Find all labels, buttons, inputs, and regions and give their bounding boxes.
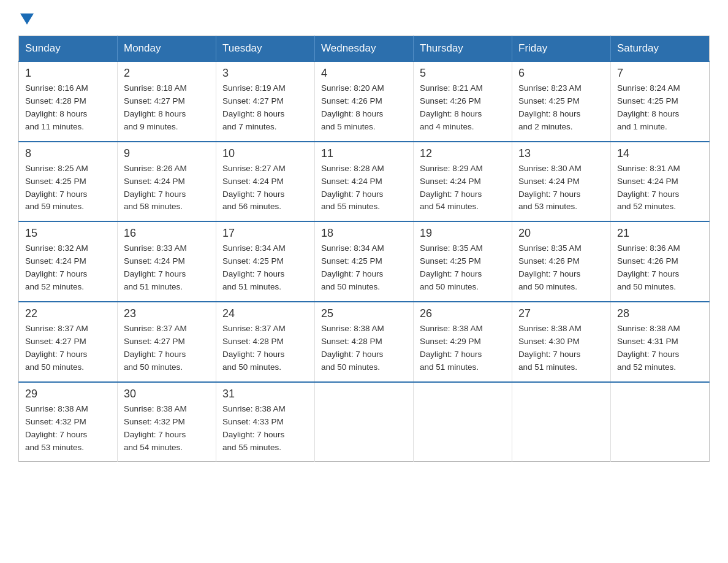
- day-sun-info: Sunrise: 8:37 AM Sunset: 4:28 PM Dayligh…: [222, 323, 308, 374]
- day-sun-info: Sunrise: 8:38 AM Sunset: 4:32 PM Dayligh…: [25, 403, 111, 454]
- calendar-cell: 14Sunrise: 8:31 AM Sunset: 4:24 PM Dayli…: [611, 142, 710, 222]
- day-sun-info: Sunrise: 8:21 AM Sunset: 4:26 PM Dayligh…: [420, 82, 506, 134]
- day-number: 17: [222, 227, 308, 240]
- calendar-cell: 6Sunrise: 8:23 AM Sunset: 4:25 PM Daylig…: [512, 61, 611, 142]
- day-number: 16: [124, 227, 210, 240]
- calendar-cell: 13Sunrise: 8:30 AM Sunset: 4:24 PM Dayli…: [512, 142, 611, 222]
- day-of-week-tuesday: Tuesday: [216, 36, 315, 62]
- day-of-week-thursday: Thursday: [414, 36, 512, 62]
- calendar-cell: 4Sunrise: 8:20 AM Sunset: 4:26 PM Daylig…: [315, 61, 414, 142]
- day-number: 11: [321, 147, 407, 160]
- calendar-cell: 26Sunrise: 8:38 AM Sunset: 4:29 PM Dayli…: [414, 302, 512, 382]
- calendar-week-row: 8Sunrise: 8:25 AM Sunset: 4:25 PM Daylig…: [19, 142, 710, 222]
- calendar-cell: [611, 382, 710, 462]
- calendar-week-row: 22Sunrise: 8:37 AM Sunset: 4:27 PM Dayli…: [19, 302, 710, 382]
- logo-triangle-icon: [20, 13, 34, 27]
- day-sun-info: Sunrise: 8:18 AM Sunset: 4:27 PM Dayligh…: [124, 82, 210, 134]
- day-sun-info: Sunrise: 8:34 AM Sunset: 4:25 PM Dayligh…: [321, 242, 407, 294]
- day-sun-info: Sunrise: 8:38 AM Sunset: 4:33 PM Dayligh…: [222, 403, 308, 454]
- day-number: 1: [25, 67, 111, 80]
- day-sun-info: Sunrise: 8:19 AM Sunset: 4:27 PM Dayligh…: [222, 82, 308, 134]
- logo: [18, 12, 34, 23]
- calendar-cell: 28Sunrise: 8:38 AM Sunset: 4:31 PM Dayli…: [611, 302, 710, 382]
- calendar-cell: 2Sunrise: 8:18 AM Sunset: 4:27 PM Daylig…: [118, 61, 216, 142]
- day-number: 22: [25, 307, 111, 320]
- day-sun-info: Sunrise: 8:25 AM Sunset: 4:25 PM Dayligh…: [25, 163, 111, 214]
- calendar-cell: 1Sunrise: 8:16 AM Sunset: 4:28 PM Daylig…: [19, 61, 118, 142]
- calendar-cell: 19Sunrise: 8:35 AM Sunset: 4:25 PM Dayli…: [414, 221, 512, 302]
- day-number: 18: [321, 227, 407, 240]
- calendar-cell: 8Sunrise: 8:25 AM Sunset: 4:25 PM Daylig…: [19, 142, 118, 222]
- day-number: 31: [222, 388, 308, 400]
- day-sun-info: Sunrise: 8:29 AM Sunset: 4:24 PM Dayligh…: [420, 163, 506, 214]
- day-number: 24: [222, 307, 308, 320]
- day-sun-info: Sunrise: 8:38 AM Sunset: 4:31 PM Dayligh…: [617, 323, 703, 374]
- day-number: 25: [321, 307, 407, 320]
- day-sun-info: Sunrise: 8:33 AM Sunset: 4:24 PM Dayligh…: [124, 242, 210, 294]
- day-number: 20: [518, 227, 604, 240]
- day-sun-info: Sunrise: 8:31 AM Sunset: 4:24 PM Dayligh…: [617, 163, 703, 214]
- calendar-cell: 24Sunrise: 8:37 AM Sunset: 4:28 PM Dayli…: [216, 302, 315, 382]
- calendar-week-row: 1Sunrise: 8:16 AM Sunset: 4:28 PM Daylig…: [19, 61, 710, 142]
- day-sun-info: Sunrise: 8:38 AM Sunset: 4:30 PM Dayligh…: [518, 323, 604, 374]
- day-number: 19: [420, 227, 506, 240]
- day-sun-info: Sunrise: 8:37 AM Sunset: 4:27 PM Dayligh…: [124, 323, 210, 374]
- calendar-cell: 12Sunrise: 8:29 AM Sunset: 4:24 PM Dayli…: [414, 142, 512, 222]
- calendar-body: 1Sunrise: 8:16 AM Sunset: 4:28 PM Daylig…: [19, 61, 710, 462]
- day-sun-info: Sunrise: 8:36 AM Sunset: 4:26 PM Dayligh…: [617, 242, 703, 294]
- day-sun-info: Sunrise: 8:38 AM Sunset: 4:29 PM Dayligh…: [420, 323, 506, 374]
- calendar-cell: 15Sunrise: 8:32 AM Sunset: 4:24 PM Dayli…: [19, 221, 118, 302]
- calendar-cell: 23Sunrise: 8:37 AM Sunset: 4:27 PM Dayli…: [118, 302, 216, 382]
- calendar-cell: 18Sunrise: 8:34 AM Sunset: 4:25 PM Dayli…: [315, 221, 414, 302]
- day-sun-info: Sunrise: 8:26 AM Sunset: 4:24 PM Dayligh…: [124, 163, 210, 214]
- calendar-cell: 21Sunrise: 8:36 AM Sunset: 4:26 PM Dayli…: [611, 221, 710, 302]
- day-sun-info: Sunrise: 8:23 AM Sunset: 4:25 PM Dayligh…: [518, 82, 604, 134]
- calendar-cell: 30Sunrise: 8:38 AM Sunset: 4:32 PM Dayli…: [118, 382, 216, 462]
- calendar-cell: 5Sunrise: 8:21 AM Sunset: 4:26 PM Daylig…: [414, 61, 512, 142]
- calendar-cell: [512, 382, 611, 462]
- calendar-cell: [315, 382, 414, 462]
- day-number: 29: [25, 388, 111, 400]
- day-of-week-sunday: Sunday: [19, 36, 118, 62]
- day-number: 12: [420, 147, 506, 160]
- day-sun-info: Sunrise: 8:30 AM Sunset: 4:24 PM Dayligh…: [518, 163, 604, 214]
- day-sun-info: Sunrise: 8:32 AM Sunset: 4:24 PM Dayligh…: [25, 242, 111, 294]
- day-number: 4: [321, 67, 407, 80]
- day-number: 26: [420, 307, 506, 320]
- page-header: [18, 12, 710, 23]
- day-number: 15: [25, 227, 111, 240]
- day-number: 23: [124, 307, 210, 320]
- day-number: 9: [124, 147, 210, 160]
- calendar-cell: 7Sunrise: 8:24 AM Sunset: 4:25 PM Daylig…: [611, 61, 710, 142]
- calendar-cell: 22Sunrise: 8:37 AM Sunset: 4:27 PM Dayli…: [19, 302, 118, 382]
- day-number: 13: [518, 147, 604, 160]
- day-sun-info: Sunrise: 8:16 AM Sunset: 4:28 PM Dayligh…: [25, 82, 111, 134]
- day-number: 21: [617, 227, 703, 240]
- day-sun-info: Sunrise: 8:28 AM Sunset: 4:24 PM Dayligh…: [321, 163, 407, 214]
- day-number: 3: [222, 67, 308, 80]
- day-number: 6: [518, 67, 604, 80]
- svg-marker-0: [20, 13, 34, 25]
- calendar-cell: 25Sunrise: 8:38 AM Sunset: 4:28 PM Dayli…: [315, 302, 414, 382]
- day-number: 28: [617, 307, 703, 320]
- day-sun-info: Sunrise: 8:35 AM Sunset: 4:25 PM Dayligh…: [420, 242, 506, 294]
- day-number: 2: [124, 67, 210, 80]
- day-sun-info: Sunrise: 8:35 AM Sunset: 4:26 PM Dayligh…: [518, 242, 604, 294]
- day-number: 14: [617, 147, 703, 160]
- calendar-cell: 16Sunrise: 8:33 AM Sunset: 4:24 PM Dayli…: [118, 221, 216, 302]
- day-sun-info: Sunrise: 8:27 AM Sunset: 4:24 PM Dayligh…: [222, 163, 308, 214]
- calendar-cell: 3Sunrise: 8:19 AM Sunset: 4:27 PM Daylig…: [216, 61, 315, 142]
- days-of-week-row: SundayMondayTuesdayWednesdayThursdayFrid…: [19, 36, 710, 62]
- calendar-cell: [414, 382, 512, 462]
- day-sun-info: Sunrise: 8:24 AM Sunset: 4:25 PM Dayligh…: [617, 82, 703, 134]
- day-of-week-wednesday: Wednesday: [315, 36, 414, 62]
- calendar-cell: 31Sunrise: 8:38 AM Sunset: 4:33 PM Dayli…: [216, 382, 315, 462]
- calendar-header: SundayMondayTuesdayWednesdayThursdayFrid…: [19, 36, 710, 62]
- day-of-week-saturday: Saturday: [611, 36, 710, 62]
- day-number: 8: [25, 147, 111, 160]
- day-sun-info: Sunrise: 8:37 AM Sunset: 4:27 PM Dayligh…: [25, 323, 111, 374]
- calendar-cell: 10Sunrise: 8:27 AM Sunset: 4:24 PM Dayli…: [216, 142, 315, 222]
- day-number: 10: [222, 147, 308, 160]
- day-sun-info: Sunrise: 8:20 AM Sunset: 4:26 PM Dayligh…: [321, 82, 407, 134]
- calendar-week-row: 29Sunrise: 8:38 AM Sunset: 4:32 PM Dayli…: [19, 382, 710, 462]
